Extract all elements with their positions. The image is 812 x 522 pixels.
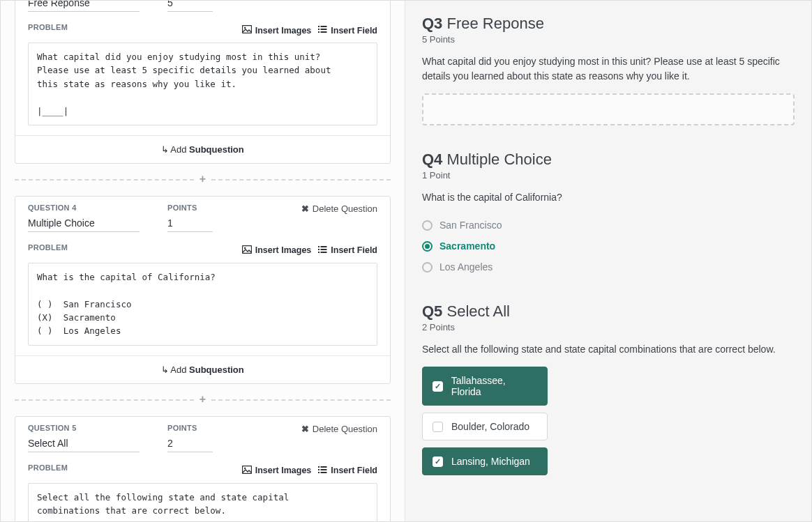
delete-question-button[interactable]: ✖ Delete Question: [301, 204, 377, 214]
radio-icon: [422, 262, 433, 272]
svg-rect-15: [321, 252, 327, 253]
svg-rect-5: [321, 29, 327, 30]
svg-point-17: [244, 468, 246, 469]
question-heading: QUESTION 4: [28, 204, 140, 212]
preview-body: What is the capital of California?: [422, 190, 795, 205]
add-subquestion-button[interactable]: ↳Add Subquestion: [15, 135, 390, 163]
preview-points: 5 Points: [422, 34, 795, 45]
plus-icon: +: [194, 393, 211, 406]
add-question-divider[interactable]: +: [15, 174, 391, 186]
radio-icon: [422, 241, 433, 252]
problem-textarea[interactable]: What is the capital of California? ( ) S…: [28, 263, 377, 346]
option-label: Tallahassee, Florida: [451, 375, 537, 397]
points-label: POINTS: [167, 204, 213, 212]
free-response-input[interactable]: [422, 93, 795, 125]
list-icon: [318, 245, 327, 256]
insert-images-button[interactable]: Insert Images: [242, 466, 312, 476]
insert-field-button[interactable]: Insert Field: [318, 25, 377, 36]
option-label: Sacramento: [439, 240, 495, 252]
preview-pane: Q3 Free Reponse 5 Points What capital di…: [405, 1, 811, 521]
svg-rect-13: [321, 249, 327, 250]
svg-rect-3: [321, 26, 327, 27]
delete-question-button[interactable]: ✖ Delete Question: [301, 424, 377, 434]
insert-images-button[interactable]: Insert Images: [242, 245, 312, 256]
question-heading: QUESTION 5: [28, 424, 140, 432]
app-frame: PROBLEM Insert Images Insert Field: [0, 0, 812, 522]
preview-body: Select all the following state and state…: [422, 342, 795, 357]
svg-rect-20: [318, 469, 319, 470]
question-title-input[interactable]: [28, 436, 140, 452]
problem-label: PROBLEM: [28, 243, 68, 252]
close-icon: ✖: [301, 424, 309, 434]
plus-icon: +: [194, 173, 211, 185]
add-question-divider[interactable]: +: [15, 394, 391, 406]
option-label: Los Angeles: [439, 261, 493, 272]
preview-body: What capital did you enjoy studying most…: [422, 54, 795, 84]
svg-rect-21: [321, 469, 327, 470]
option-label: Lansing, Michigan: [451, 456, 530, 467]
checkbox-option[interactable]: Boulder, Colorado: [422, 413, 548, 440]
image-icon: [242, 25, 252, 36]
close-icon: ✖: [301, 204, 309, 214]
question-card-5: QUESTION 5 POINTS ✖ Delete Question PROB…: [15, 416, 391, 521]
svg-point-1: [244, 27, 246, 29]
radio-option[interactable]: Los Angeles: [422, 256, 795, 277]
list-icon: [318, 466, 327, 476]
svg-rect-19: [321, 466, 327, 468]
image-icon: [242, 466, 252, 476]
preview-points: 2 Points: [422, 322, 795, 332]
question-title-input[interactable]: [28, 1, 140, 12]
preview-points: 1 Point: [422, 170, 795, 181]
checkbox-option[interactable]: Tallahassee, Florida: [422, 367, 548, 406]
subquestion-arrow-icon: ↳: [161, 144, 169, 155]
option-label: Boulder, Colorado: [451, 421, 529, 432]
radio-icon: [422, 220, 433, 231]
svg-rect-6: [318, 31, 319, 33]
preview-question-4: Q4 Multiple Choice 1 Point What is the c…: [422, 151, 795, 277]
svg-rect-8: [242, 245, 251, 253]
checkbox-icon: [433, 456, 443, 467]
insert-field-button[interactable]: Insert Field: [318, 245, 377, 256]
problem-textarea[interactable]: Select all the following state and state…: [28, 483, 377, 521]
checkbox-icon: [433, 381, 443, 392]
svg-rect-4: [318, 29, 319, 30]
radio-option[interactable]: Sacramento: [422, 236, 795, 256]
question-title-input[interactable]: [28, 216, 140, 232]
preview-question-5: Q5 Select All 2 Points Select all the fo…: [422, 302, 795, 475]
svg-rect-16: [242, 466, 251, 473]
subquestion-arrow-icon: ↳: [161, 364, 169, 375]
points-label: POINTS: [167, 424, 213, 432]
problem-label: PROBLEM: [28, 463, 68, 472]
list-icon: [318, 25, 327, 36]
preview-title: Q3 Free Reponse: [422, 15, 795, 33]
image-icon: [242, 245, 252, 256]
svg-rect-18: [318, 466, 319, 468]
insert-images-button[interactable]: Insert Images: [242, 25, 312, 36]
svg-rect-22: [318, 472, 319, 473]
svg-rect-0: [242, 26, 251, 33]
question-card-4: QUESTION 4 POINTS ✖ Delete Question PROB…: [15, 196, 391, 384]
svg-rect-10: [318, 246, 319, 247]
preview-question-3: Q3 Free Reponse 5 Points What capital di…: [422, 15, 795, 125]
points-input[interactable]: [167, 216, 213, 232]
radio-option[interactable]: San Francisco: [422, 215, 795, 236]
svg-rect-23: [321, 472, 327, 473]
svg-rect-7: [321, 31, 327, 33]
insert-field-button[interactable]: Insert Field: [318, 466, 377, 476]
points-input[interactable]: [167, 1, 213, 12]
preview-title: Q4 Multiple Choice: [422, 151, 795, 169]
preview-title: Q5 Select All: [422, 302, 795, 321]
add-subquestion-button[interactable]: ↳Add Subquestion: [15, 355, 390, 383]
svg-rect-11: [321, 246, 327, 247]
checkbox-icon: [433, 422, 443, 432]
problem-label: PROBLEM: [28, 23, 68, 31]
editor-pane: PROBLEM Insert Images Insert Field: [1, 1, 405, 521]
svg-point-9: [244, 247, 246, 249]
option-label: San Francisco: [439, 220, 502, 231]
svg-rect-14: [318, 252, 319, 253]
points-input[interactable]: [167, 436, 213, 452]
problem-textarea[interactable]: What capital did you enjoy studying most…: [28, 43, 377, 125]
checkbox-option[interactable]: Lansing, Michigan: [422, 447, 548, 475]
question-card-3: PROBLEM Insert Images Insert Field: [15, 1, 391, 164]
svg-rect-12: [318, 249, 319, 250]
